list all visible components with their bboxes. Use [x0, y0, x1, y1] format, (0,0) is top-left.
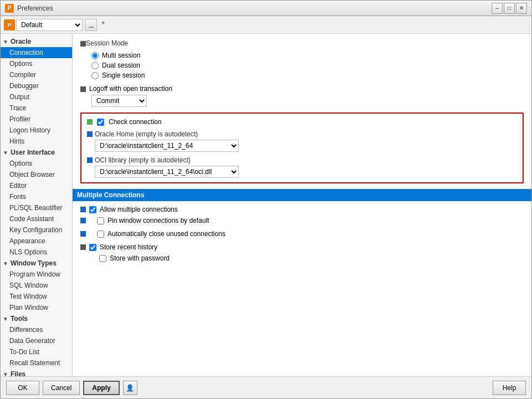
multiple-connections-options: Allow multiple connections Pin window co…: [80, 206, 524, 265]
auto-close-marker: [80, 231, 86, 237]
single-session-row: Single session: [91, 71, 524, 79]
sidebar-item-sql-window[interactable]: SQL Window: [1, 280, 72, 291]
sidebar-item-output[interactable]: Output: [1, 91, 72, 103]
store-history-row: Store recent history Store with password: [80, 243, 524, 265]
single-session-radio[interactable]: [91, 72, 99, 79]
cancel-button[interactable]: Cancel: [43, 381, 80, 395]
apply-button[interactable]: Apply: [83, 381, 119, 395]
sidebar-section-ui[interactable]: ▼ User Interface: [1, 147, 72, 158]
pin-window-row: Pin window connections by default: [80, 217, 524, 227]
footer-left-buttons: OK Cancel Apply 👤: [6, 381, 137, 395]
more-options-button[interactable]: ...: [85, 19, 97, 31]
sidebar-item-plan-window[interactable]: Plan Window: [1, 302, 72, 313]
sidebar-item-ui-options[interactable]: Options: [1, 158, 72, 169]
logoff-select[interactable]: Commit Rollback Ask: [91, 95, 147, 107]
sidebar-item-object-browser[interactable]: Object Browser: [1, 169, 72, 180]
profile-dropdown[interactable]: Default: [16, 19, 83, 31]
oci-library-dropdown[interactable]: D:\oracle\instantclient_11_2_64\oci.dll: [95, 166, 239, 178]
oci-library-label: OCI library (empty is autodetect): [95, 156, 517, 164]
sidebar-item-editor[interactable]: Editor: [1, 180, 72, 191]
ui-expand-icon: ▼: [3, 150, 8, 156]
sidebar-item-test-window[interactable]: Test Window: [1, 291, 72, 302]
sidebar-item-differences[interactable]: Differences: [1, 324, 72, 335]
preferences-window: P Preferences – □ ✕ P Default ... *: [0, 0, 532, 399]
dual-session-label: Dual session: [102, 62, 140, 69]
wt-label: Window Types: [11, 259, 57, 267]
extra-icon-button[interactable]: 👤: [123, 381, 137, 395]
app-icon: P: [5, 4, 14, 13]
sidebar-section-files[interactable]: ▼ Files: [1, 369, 72, 376]
help-button[interactable]: Help: [493, 381, 526, 395]
sidebar-item-to-do-list[interactable]: To-Do List: [1, 346, 72, 357]
sidebar-item-appearance[interactable]: Appearance: [1, 236, 72, 247]
sidebar-item-key-configuration[interactable]: Key Configuration: [1, 224, 72, 236]
allow-multiple-checkbox[interactable]: [89, 206, 96, 213]
multiple-connections-label: Multiple Connections: [77, 191, 144, 199]
window-title: Preferences: [17, 4, 488, 12]
multi-session-radio[interactable]: [91, 52, 99, 59]
main-panel: Session Mode Multi session Dual session …: [73, 34, 531, 376]
profile-selector-group: P Default: [4, 19, 83, 31]
auto-close-checkbox[interactable]: [97, 231, 104, 238]
store-recent-checkbox-row: Store recent history: [89, 243, 170, 251]
oracle-home-row: Oracle Home (empty is autodetect) D:\ora…: [87, 130, 517, 152]
multi-session-row: Multi session: [91, 52, 524, 59]
pin-window-label: Pin window connections by default: [108, 217, 209, 224]
content-area: ▼ Oracle Connection Options Compiler Deb…: [1, 34, 531, 376]
sidebar-item-hints[interactable]: Hints: [1, 136, 72, 147]
toolbar: P Default ... *: [1, 16, 531, 34]
wt-items: Program Window SQL Window Test Window Pl…: [1, 269, 72, 313]
maximize-button[interactable]: □: [504, 3, 515, 14]
allow-multiple-marker: [80, 207, 86, 212]
tools-label: Tools: [11, 315, 28, 323]
sidebar-item-profiler[interactable]: Profiler: [1, 114, 72, 125]
sidebar-section-oracle[interactable]: ▼ Oracle: [1, 36, 72, 47]
ui-items: Options Object Browser Editor Fonts PL/S…: [1, 158, 72, 258]
minimize-button[interactable]: –: [492, 3, 503, 14]
store-password-checkbox[interactable]: [99, 255, 106, 262]
tools-expand-icon: ▼: [3, 316, 8, 322]
logoff-label: Logoff with open transaction: [89, 85, 172, 93]
multiple-connections-header: Multiple Connections: [73, 189, 531, 201]
sidebar-item-trace[interactable]: Trace: [1, 103, 72, 114]
sidebar: ▼ Oracle Connection Options Compiler Deb…: [1, 34, 73, 376]
connection-settings-box: Check connection Oracle Home (empty is a…: [80, 112, 524, 183]
sidebar-item-nls-options[interactable]: NLS Options: [1, 247, 72, 258]
sidebar-item-program-window[interactable]: Program Window: [1, 269, 72, 280]
oci-library-marker: [87, 157, 93, 163]
dual-session-row: Dual session: [91, 62, 524, 69]
sidebar-section-tools[interactable]: ▼ Tools: [1, 313, 72, 324]
oracle-home-dropdown[interactable]: D:\oracle\instantclient_11_2_64: [95, 140, 239, 152]
tools-items: Differences Data Generator To-Do List Re…: [1, 324, 72, 369]
allow-multiple-label: Allow multiple connections: [100, 206, 178, 213]
sidebar-item-data-generator[interactable]: Data Generator: [1, 335, 72, 346]
oracle-home-marker: [87, 131, 93, 137]
session-mode-title: Session Mode: [86, 39, 128, 47]
extra-icon: 👤: [126, 384, 134, 392]
sidebar-item-logon-history[interactable]: Logon History: [1, 125, 72, 136]
close-button[interactable]: ✕: [516, 3, 527, 14]
ok-button[interactable]: OK: [6, 381, 39, 395]
session-mode-options: Multi session Dual session Single sessio…: [91, 52, 524, 79]
store-recent-checkbox[interactable]: [89, 244, 96, 251]
sidebar-item-connection[interactable]: Connection: [1, 47, 72, 58]
sidebar-item-options[interactable]: Options: [1, 58, 72, 69]
ui-label: User Interface: [11, 149, 55, 156]
sidebar-item-fonts[interactable]: Fonts: [1, 191, 72, 202]
sidebar-item-debugger[interactable]: Debugger: [1, 80, 72, 91]
store-recent-label: Store recent history: [100, 243, 157, 251]
sidebar-item-plsql-beautifier[interactable]: PL/SQL Beautifier: [1, 202, 72, 213]
check-connection-checkbox[interactable]: [97, 119, 104, 126]
dual-session-radio[interactable]: [91, 62, 99, 69]
oracle-items: Connection Options Compiler Debugger Out…: [1, 47, 72, 147]
oracle-home-label: Oracle Home (empty is autodetect): [95, 130, 517, 138]
oci-library-row: OCI library (empty is autodetect) D:\ora…: [87, 156, 517, 178]
modified-indicator: *: [101, 20, 105, 30]
sidebar-item-compiler[interactable]: Compiler: [1, 69, 72, 80]
sidebar-section-window-types[interactable]: ▼ Window Types: [1, 258, 72, 269]
sidebar-item-code-assistant[interactable]: Code Assistant: [1, 213, 72, 224]
multi-session-label: Multi session: [102, 52, 140, 59]
sidebar-item-recall-statement[interactable]: Recall Statement: [1, 357, 72, 369]
pin-window-checkbox[interactable]: [97, 217, 104, 224]
logoff-section: Logoff with open transaction Commit Roll…: [80, 85, 524, 107]
